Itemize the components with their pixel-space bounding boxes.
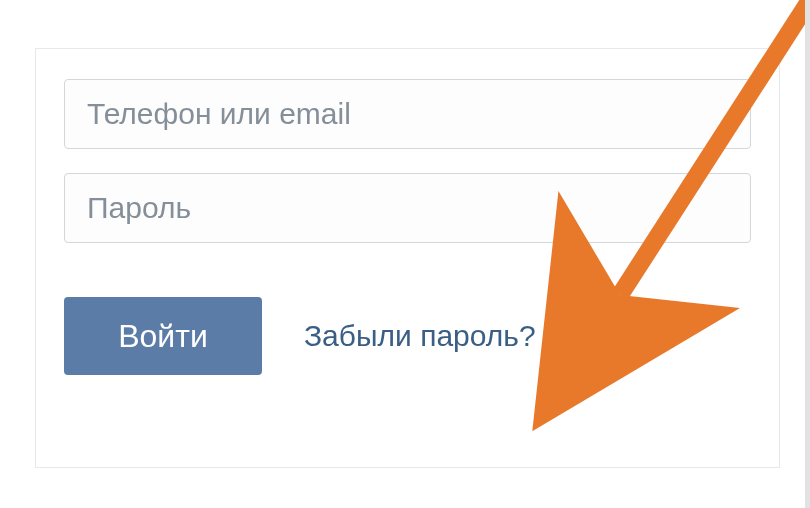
login-button[interactable]: Войти [64, 297, 262, 375]
action-row: Войти Забыли пароль? [64, 297, 751, 375]
forgot-password-link[interactable]: Забыли пароль? [304, 319, 536, 353]
password-input[interactable] [64, 173, 751, 243]
login-input[interactable] [64, 79, 751, 149]
login-panel: Войти Забыли пароль? [35, 48, 780, 468]
right-edge-divider [805, 0, 810, 508]
